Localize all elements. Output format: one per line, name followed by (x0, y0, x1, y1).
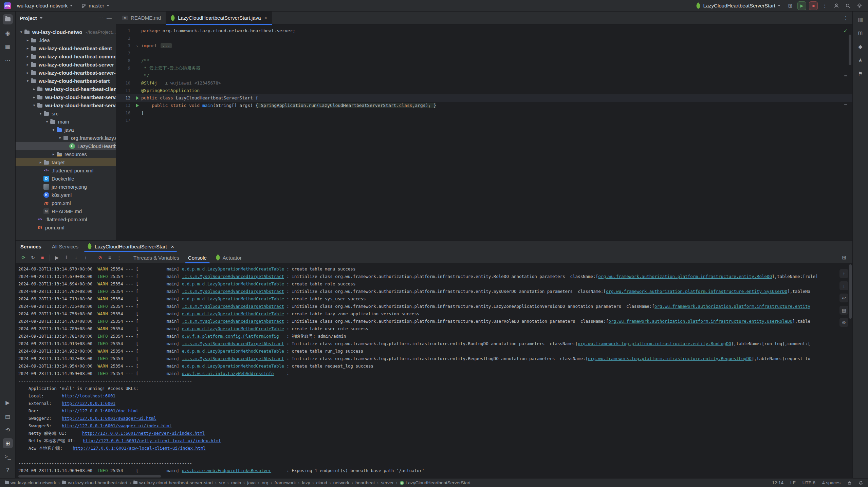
tree-item[interactable]: ▾wu-lazy-cloud-heartbeat-start (16, 77, 116, 85)
console-class-link[interactable]: e.d.p.m.d.LazyOperationMethodCreateTable (182, 266, 284, 271)
rerun-button[interactable]: ⟳ (19, 253, 28, 262)
pause-button[interactable]: ‖ (62, 253, 71, 262)
commit-tool-icon[interactable]: ◉ (3, 28, 13, 38)
gradle-tool-icon[interactable]: ◆ (855, 41, 866, 52)
services-tool-icon[interactable]: ⊞ (3, 438, 13, 448)
breadcrumb-item[interactable]: CLazyCloudHeartbeatServerStart (400, 480, 470, 485)
console-class-link[interactable]: .c.s.m.MysqlSourceAdvancedTargetAbstract (182, 304, 284, 309)
console-class-link[interactable]: o.w.f.a.platform.config.PlatformConfig (182, 334, 279, 339)
twisty-icon[interactable]: ▸ (31, 87, 37, 91)
view-options-button[interactable]: ≡ (105, 253, 114, 262)
ai-assistant-icon[interactable]: ★ (855, 55, 866, 65)
help-icon[interactable]: ? (3, 465, 13, 475)
indent-style[interactable]: 4 spaces (822, 480, 841, 485)
console-url-link[interactable]: http://127.0.0.1:6001/doc.html (62, 408, 138, 413)
twisty-icon[interactable]: ▸ (25, 62, 31, 67)
close-tab-icon[interactable]: × (264, 15, 267, 21)
layout-grid-icon[interactable]: ⊞ (786, 1, 795, 10)
history-tool-icon[interactable]: ⟲ (3, 425, 13, 435)
restart-button[interactable]: ↻ (29, 253, 37, 262)
user-icon[interactable] (832, 1, 841, 10)
tree-item[interactable]: ▸resources (16, 150, 116, 158)
console-class-link[interactable]: e.d.p.m.d.LazyOperationMethodCreateTable (182, 311, 284, 316)
breadcrumb-item[interactable]: server (381, 480, 394, 485)
breadcrumb-item[interactable]: java (247, 480, 256, 485)
twisty-icon[interactable]: ▸ (25, 46, 31, 51)
tree-item[interactable]: CLazyCloudHeartb... (16, 142, 116, 150)
breadcrumb-item[interactable]: cloud (316, 480, 327, 485)
services-tool-title[interactable]: Services (20, 244, 41, 249)
project-tool-header[interactable]: Project ⋯ — (16, 12, 116, 24)
console-url-link[interactable]: http://127.0.0.1:6001/swagger-ui.html (62, 416, 156, 421)
soft-wrap-button[interactable]: ↩ (839, 294, 848, 302)
twisty-icon[interactable]: ▾ (57, 136, 63, 140)
more-tools-icon[interactable]: ⋯ (3, 55, 13, 65)
caret-position[interactable]: 12:14 (772, 480, 783, 485)
build-tool-icon[interactable]: ▤ (3, 411, 13, 421)
tree-item[interactable]: </>.flattened-pom.xml (16, 166, 116, 174)
console-class-link[interactable]: .c.s.m.MysqlSourceAdvancedTargetAbstract (182, 289, 284, 294)
twisty-icon[interactable]: ▾ (38, 111, 43, 116)
tree-item[interactable]: ▸wu-lazy-cloud-heartbeat-serv... (16, 93, 116, 101)
maven-tool-icon[interactable]: m (855, 28, 866, 38)
tree-item[interactable]: ▸wu-lazy-cloud-heartbeat-commo... (16, 52, 116, 60)
line-ending[interactable]: LF (790, 480, 796, 485)
run-line-icon[interactable] (136, 96, 139, 100)
more-icon[interactable]: ⋯ (98, 15, 103, 21)
view-tab-actuator[interactable]: Actuator (211, 252, 246, 263)
console-horizontal-scrollbar[interactable] (18, 475, 161, 477)
tree-item[interactable]: ▾main (16, 117, 116, 126)
structure-tool-icon[interactable]: ▦ (3, 41, 13, 52)
console-class-link[interactable]: org.wu.framework.authorization.platform.… (608, 319, 792, 324)
print-button[interactable]: ▤ (839, 306, 848, 315)
tree-item[interactable]: Kk8s.yaml (16, 191, 116, 199)
console-class-link[interactable]: .c.s.m.MysqlSourceAdvancedTargetAbstract (182, 319, 284, 324)
twisty-icon[interactable]: ▸ (31, 95, 37, 99)
breadcrumb-item[interactable]: network (333, 480, 349, 485)
console-class-link[interactable]: org.wu.framework.authorization.platform.… (598, 274, 772, 279)
breadcrumb-item[interactable]: heartbeat (355, 480, 375, 485)
tree-item[interactable]: jar-memory.png (16, 183, 116, 191)
tree-item[interactable]: DDockerfile (16, 174, 116, 183)
scroll-to-top-button[interactable]: ↑ (839, 269, 848, 278)
step-down-button[interactable]: ↓ (72, 253, 80, 262)
twisty-icon[interactable]: ▾ (44, 119, 50, 124)
console-class-link[interactable]: e.d.p.m.d.LazyOperationMethodCreateTable (182, 363, 284, 369)
inspections-ok-icon[interactable]: ✓ (843, 28, 848, 34)
notifications-icon[interactable] (855, 82, 866, 92)
console-class-link[interactable]: o.w.f.w.s.ui.info.LazyWebAddressInfo (182, 371, 274, 376)
database-tool-icon[interactable]: ▥ (855, 14, 866, 24)
tree-item[interactable]: mpom.xml (16, 199, 116, 207)
resume-button[interactable]: ▶ (53, 253, 61, 262)
notifications-bell-icon[interactable] (858, 481, 863, 485)
tree-item[interactable]: ▸.idea (16, 36, 116, 44)
rerun-application-button[interactable]: ▶ (797, 1, 806, 10)
services-tab[interactable]: LazyCloudHeartbeatServerStart× (83, 241, 178, 252)
search-everywhere-icon[interactable] (844, 1, 852, 10)
twisty-icon[interactable]: ▸ (38, 160, 43, 165)
breadcrumb-item[interactable]: wu-lazy-cloud-heartbeat-server-start (133, 480, 213, 485)
breadcrumb-item[interactable]: framework (275, 480, 296, 485)
tree-item[interactable]: ▾wu-lazy-cloud-heartbeat-serv... (16, 101, 116, 109)
app-icon[interactable]: WN (4, 2, 11, 9)
view-tab-threads-variables[interactable]: Threads & Variables (129, 252, 184, 263)
tree-item[interactable]: ▾src (16, 109, 116, 117)
breadcrumb-item[interactable]: wu-lazy-cloud-heartbeat-start (62, 480, 127, 485)
console-url-link[interactable]: http://127.0.0.1:6001/netty-server-ui/in… (82, 431, 205, 436)
console-class-link[interactable]: .c.s.m.MysqlSourceAdvancedTargetAbstract (182, 274, 284, 279)
tree-item[interactable]: </>.flattened-pom.xml (16, 215, 116, 223)
console-class-link[interactable]: e.d.p.m.d.LazyOperationMethodCreateTable (182, 296, 284, 301)
console-class-link[interactable]: e.d.p.m.d.LazyOperationMethodCreateTable (182, 326, 284, 331)
twisty-icon[interactable]: ▸ (25, 71, 31, 75)
encoding[interactable]: UTF-8 (802, 480, 815, 485)
fold-icon[interactable]: › (136, 43, 138, 49)
lock-icon[interactable] (847, 481, 852, 485)
console-class-link[interactable]: org.wu.framework.log.platform.infrastruc… (588, 356, 752, 361)
console-url-link[interactable]: http://127.0.0.1:6001/netty-client-local… (83, 438, 221, 443)
console-output[interactable]: 2024-09-28T11:13:14.670+08:00 WARN 25354… (16, 263, 852, 478)
console-class-link[interactable]: e.d.p.m.d.LazyOperationMethodCreateTable (182, 349, 284, 354)
breadcrumb-item[interactable]: src (219, 480, 225, 485)
console-url-link[interactable]: http://localhost:6001 (62, 393, 115, 398)
console-class-link[interactable]: e.d.p.m.d.LazyOperationMethodCreateTable (182, 281, 284, 286)
tree-item[interactable]: ▸wu-lazy-cloud-heartbeat-server (16, 60, 116, 69)
